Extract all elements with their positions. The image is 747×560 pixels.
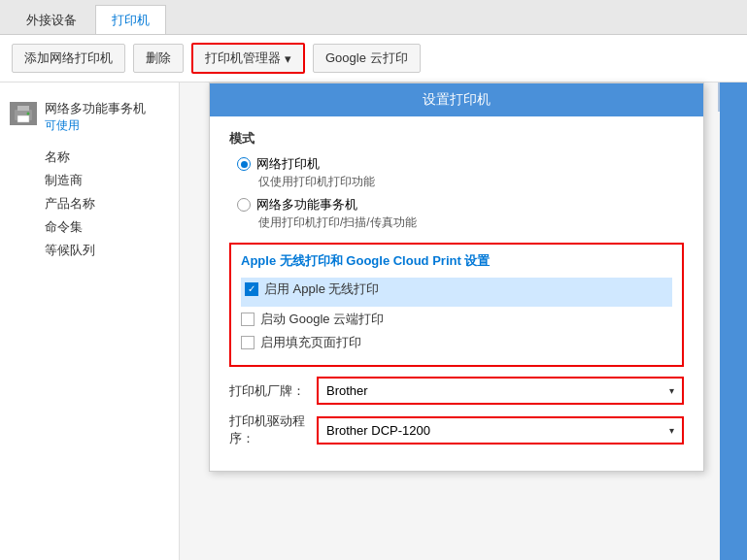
brand-label: 打印机厂牌： [229, 382, 317, 400]
radio-network-printer[interactable] [237, 157, 251, 171]
driver-select-arrow: ▾ [669, 425, 674, 436]
brand-select-arrow: ▾ [669, 385, 674, 396]
sidebar-field: 产品名称 [45, 192, 167, 215]
checkbox-apple-wireless-box[interactable] [245, 282, 258, 296]
add-network-printer-button[interactable]: 添加网络打印机 [12, 44, 125, 73]
svg-rect-2 [17, 115, 29, 122]
driver-select[interactable]: Brother DCP-1200 ▾ [319, 418, 682, 443]
google-cloud-print-button[interactable]: Google 云打印 [313, 44, 421, 73]
tab-external-devices[interactable]: 外接设备 [10, 5, 93, 34]
tab-bar: 外接设备 打印机 [0, 0, 747, 35]
dialog-title: 设置打印机 [210, 83, 703, 116]
printer-status: 可使用 [45, 117, 169, 134]
sidebar-field: 制造商 [45, 169, 167, 192]
sidebar-printer-item[interactable]: 网络多功能事务机 可使用 [0, 92, 179, 142]
toolbar: 添加网络打印机 删除 打印机管理器 ▾ Google 云打印 [0, 35, 747, 82]
checkbox-apple-wireless[interactable]: 启用 Apple 无线打印 [245, 280, 668, 298]
brand-row: 打印机厂牌： Brother ▾ [229, 377, 684, 405]
right-panel: ∧ 设置打印机 模式 网络打印机 仅使用打印机打印功能 [180, 82, 747, 560]
blue-sidebar-bar [720, 82, 747, 560]
svg-point-3 [27, 113, 30, 115]
mode-radio-group: 网络打印机 仅使用打印机打印功能 网络多功能事务机 使用打印机打印/扫描/传真功… [229, 155, 684, 231]
mode-network-multifunction[interactable]: 网络多功能事务机 使用打印机打印/扫描/传真功能 [237, 196, 684, 231]
printer-name: 网络多功能事务机 [45, 100, 169, 117]
checkbox-google-cloud-label: 启动 Google 云端打印 [260, 311, 384, 328]
driver-select-wrapper: Brother DCP-1200 ▾ [317, 416, 684, 445]
apple-section-title: Apple 无线打印和 Google Cloud Print 设置 [241, 252, 672, 270]
checkbox-google-cloud[interactable]: 启动 Google 云端打印 [241, 311, 672, 328]
checkbox-apple-wireless-label: 启用 Apple 无线打印 [264, 280, 379, 298]
radio-network-multifunction[interactable] [237, 198, 251, 212]
sidebar-field: 名称 [45, 146, 167, 169]
dialog-body: 模式 网络打印机 仅使用打印机打印功能 网络多功能事务 [210, 116, 703, 471]
checkbox-google-cloud-box[interactable] [241, 313, 255, 326]
brand-select-wrapper: Brother ▾ [317, 377, 684, 405]
mode-label: 模式 [229, 130, 684, 148]
checkbox-fill-page-label: 启用填充页面打印 [260, 334, 361, 351]
mode-network-printer[interactable]: 网络打印机 仅使用打印机打印功能 [237, 155, 684, 190]
brand-select[interactable]: Brother ▾ [319, 379, 682, 403]
sidebar-field: 等候队列 [45, 239, 167, 262]
radio-network-multifunction-desc: 使用打印机打印/扫描/传真功能 [237, 214, 684, 231]
radio-network-multifunction-label: 网络多功能事务机 [256, 196, 357, 214]
sidebar-detail-list: 名称制造商产品名称命令集等候队列 [0, 142, 179, 266]
apple-section: Apple 无线打印和 Google Cloud Print 设置 启用 App… [229, 243, 684, 367]
brand-value: Brother [326, 383, 368, 398]
printer-icon [10, 102, 37, 125]
main-content: 网络多功能事务机 可使用 名称制造商产品名称命令集等候队列 ∧ 设置打印机 模式 [0, 82, 747, 560]
radio-network-printer-label: 网络打印机 [256, 155, 320, 173]
radio-network-printer-desc: 仅使用打印机打印功能 [237, 174, 684, 190]
driver-label: 打印机驱动程序： [229, 412, 317, 447]
tab-printer[interactable]: 打印机 [95, 5, 166, 34]
printer-manager-button[interactable]: 打印机管理器 ▾ [191, 43, 305, 74]
svg-rect-1 [17, 106, 29, 111]
printer-info: 网络多功能事务机 可使用 [45, 100, 169, 134]
delete-button[interactable]: 删除 [133, 44, 184, 73]
sidebar-field: 命令集 [45, 215, 167, 239]
driver-value: Brother DCP-1200 [326, 423, 430, 438]
sidebar: 网络多功能事务机 可使用 名称制造商产品名称命令集等候队列 [0, 82, 180, 560]
checkbox-fill-page-box[interactable] [241, 336, 255, 349]
driver-row: 打印机驱动程序： Brother DCP-1200 ▾ [229, 412, 684, 447]
checkbox-fill-page[interactable]: 启用填充页面打印 [241, 334, 672, 351]
printer-config: 打印机厂牌： Brother ▾ 打印机驱动程序： [229, 377, 684, 447]
printer-settings-dialog: 设置打印机 模式 网络打印机 仅使用打印机打印功能 [209, 82, 704, 472]
